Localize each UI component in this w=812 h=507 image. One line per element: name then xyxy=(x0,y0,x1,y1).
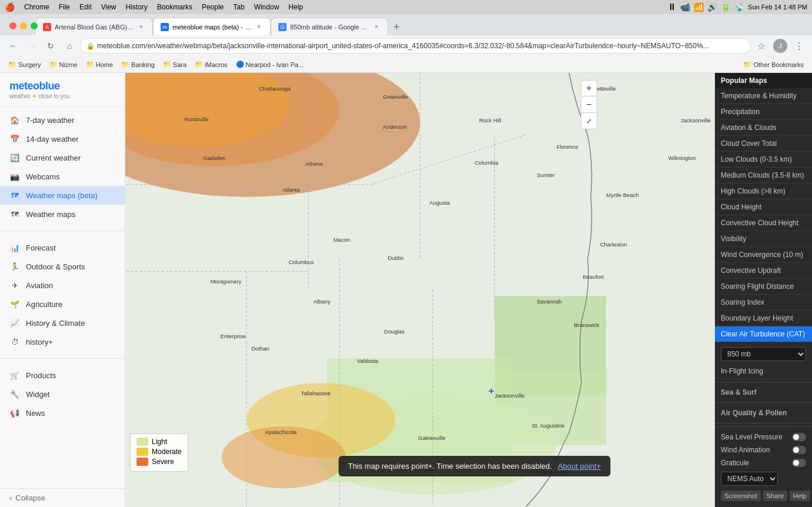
window-close-button[interactable] xyxy=(9,22,16,29)
menu-tab[interactable]: Tab xyxy=(233,3,244,11)
screenshot-button[interactable]: Screenshot xyxy=(721,491,761,501)
profile-button[interactable]: J xyxy=(772,38,788,54)
rp-inflight-icing[interactable]: In-Flight Icing xyxy=(715,363,812,379)
legend-label-light: Light xyxy=(152,438,167,446)
share-button[interactable]: Share xyxy=(763,491,787,501)
window-controls xyxy=(5,22,42,29)
wind-animation-label: Wind Animation xyxy=(721,446,770,454)
rp-visibility[interactable]: Visibility xyxy=(715,231,812,247)
rp-precipitation[interactable]: Precipitation xyxy=(715,104,812,120)
folder-icon: 📁 xyxy=(195,61,203,68)
tab-3[interactable]: G 850mb altitude - Google Sear... × xyxy=(271,18,388,35)
menu-bookmarks[interactable]: Bookmarks xyxy=(157,3,192,11)
bookmark-nizme[interactable]: 📁 Nizme xyxy=(46,59,81,69)
bookmark-surgery[interactable]: 📁 Surgery xyxy=(5,59,45,69)
menu-view[interactable]: View xyxy=(101,3,117,11)
rp-convective-cloud-height[interactable]: Convective Cloud Height xyxy=(715,215,812,231)
sidebar-item-forecast[interactable]: 📊 Forecast xyxy=(0,238,125,257)
svg-text:Valdosta: Valdosta xyxy=(357,358,378,364)
wind-animation-toggle[interactable] xyxy=(792,446,806,454)
menu-window[interactable]: Window xyxy=(254,3,279,11)
logo-name: meteoblue xyxy=(9,80,115,92)
sidebar-forecast-label: Forecast xyxy=(26,244,56,252)
sidebar-item-14day[interactable]: 📅 14-day weather xyxy=(0,129,125,148)
rp-clear-air-turbulence[interactable]: Clear Air Turbulence (CAT) xyxy=(715,326,812,342)
rp-temp-humidity[interactable]: Temperature & Humidity xyxy=(715,88,812,104)
collapse-label: Collapse xyxy=(15,493,45,502)
tab-1-close[interactable]: × xyxy=(137,23,145,31)
bookmark-banking[interactable]: 📁 Banking xyxy=(118,59,158,69)
menu-edit[interactable]: Edit xyxy=(79,3,92,11)
map-area[interactable]: Chattanooga Greenville Fayetteville Rock… xyxy=(125,73,715,507)
rp-aviation-clouds-header[interactable]: Aviation & Clouds xyxy=(715,120,812,136)
rp-convective-updraft[interactable]: Convective Updraft xyxy=(715,263,812,279)
apple-menu[interactable]: 🍎 xyxy=(5,2,15,12)
bookmark-imacros[interactable]: 📁 iMacros xyxy=(191,59,231,69)
bookmark-star[interactable]: ☆ xyxy=(753,38,770,54)
datetime: Sun Feb 14 1:48 PM xyxy=(748,4,807,11)
chevron-left-icon: ‹ xyxy=(9,493,12,502)
bookmark-home[interactable]: 📁 Home xyxy=(82,59,117,69)
sidebar-item-news[interactable]: 📢 News xyxy=(0,403,125,422)
rp-soaring-index[interactable]: Soaring Index xyxy=(715,295,812,311)
window-maximize-button[interactable] xyxy=(31,22,38,29)
sidebar-item-products[interactable]: 🛒 Products xyxy=(0,366,125,385)
altitude-select[interactable]: 500 mb 700 mb 850 mb 925 mb xyxy=(721,347,806,361)
rp-low-clouds[interactable]: Low Clouds (0-3.5 km) xyxy=(715,152,812,168)
rp-actions: Screenshot Share Help ? xyxy=(715,488,812,503)
url-bar[interactable]: 🔒 meteoblue.com/en/weather/webmap/beta/j… xyxy=(80,38,751,54)
sidebar-item-weathermaps[interactable]: 🗺 Weather maps xyxy=(0,205,125,224)
rp-wind-convergence[interactable]: Wind Convergence (10 m) xyxy=(715,247,812,263)
sidebar-collapse-button[interactable]: ‹ Collapse xyxy=(0,488,125,507)
svg-text:Huntsville: Huntsville xyxy=(184,116,208,122)
forward-button[interactable]: → xyxy=(24,38,40,54)
new-tab-button[interactable]: + xyxy=(388,19,405,35)
other-bookmarks[interactable]: 📁 Other Bookmarks xyxy=(740,59,807,69)
sidebar-item-outdoor[interactable]: 🏃 Outdoor & Sports xyxy=(0,257,125,276)
rp-sea-surf-label[interactable]: Sea & Surf xyxy=(715,385,812,400)
rp-medium-clouds[interactable]: Medium Clouds (3.5-8 km) xyxy=(715,168,812,184)
tab-1[interactable]: A Arterial Blood Gas (ABG) Analy... × xyxy=(35,18,153,35)
sidebar-item-webcams[interactable]: 📷 Webcams xyxy=(0,167,125,186)
sidebar-item-7day[interactable]: 🏠 7-day weather xyxy=(0,111,125,129)
menu-help[interactable]: Help xyxy=(288,3,303,11)
sidebar-item-history-climate[interactable]: 📈 History & Climate xyxy=(0,313,125,332)
menu-history[interactable]: History xyxy=(126,3,148,11)
tab-3-close[interactable]: × xyxy=(372,23,381,31)
sidebar-item-current[interactable]: 🔄 Current weather xyxy=(0,148,125,167)
tab-2-close[interactable]: × xyxy=(255,23,263,31)
bookmark-nearpod[interactable]: 🔵 Nearpod - Ivan Pa... xyxy=(232,59,307,69)
about-point-plus-link[interactable]: About point+ xyxy=(558,462,601,471)
reload-button[interactable]: ↻ xyxy=(42,38,59,54)
sidebar-item-agriculture[interactable]: 🌱 Agriculture xyxy=(0,295,125,313)
svg-text:Wilmington: Wilmington xyxy=(668,155,696,161)
chrome-menu-button[interactable]: ⋮ xyxy=(791,38,807,54)
sidebar-item-history-plus[interactable]: ⏱ history+ xyxy=(0,332,125,351)
home-button[interactable]: ⌂ xyxy=(61,38,78,54)
menu-chrome[interactable]: Chrome xyxy=(24,3,49,11)
rp-soaring-flight-distance[interactable]: Soaring Flight Distance xyxy=(715,279,812,295)
rp-cloud-height[interactable]: Cloud Height xyxy=(715,199,812,215)
sidebar-item-weathermaps-beta[interactable]: 🗺 Weather maps (beta) xyxy=(0,186,125,205)
nems-select[interactable]: NEMS Auto GFS ICON ECMWF xyxy=(721,472,778,486)
menu-file[interactable]: File xyxy=(59,3,70,11)
sidebar-item-widget[interactable]: 🔧 Widget xyxy=(0,385,125,403)
tab-2[interactable]: m meteoblue maps (beta) - mete... × xyxy=(153,18,271,35)
rp-boundary-layer-height[interactable]: Boundary Layer Height xyxy=(715,311,812,326)
menu-people[interactable]: People xyxy=(202,3,224,11)
window-minimize-button[interactable] xyxy=(20,22,27,29)
sidebar-aviation-label: Aviation xyxy=(26,281,53,290)
zoom-in-button[interactable]: + xyxy=(581,80,597,96)
bookmark-sara[interactable]: 📁 Sara xyxy=(159,59,190,69)
rp-cloud-cover-total[interactable]: Cloud Cover Total xyxy=(715,136,812,152)
svg-text:Apalachicola: Apalachicola xyxy=(265,429,297,435)
sidebar-item-aviation[interactable]: ✈ Aviation xyxy=(0,276,125,295)
sea-level-pressure-toggle[interactable] xyxy=(792,433,806,441)
rp-air-quality-label[interactable]: Air Quality & Pollen xyxy=(715,405,812,421)
zoom-out-button[interactable]: − xyxy=(581,96,597,113)
graticule-toggle[interactable] xyxy=(792,459,806,467)
rp-high-clouds[interactable]: High Clouds (>8 km) xyxy=(715,184,812,199)
help-button[interactable]: Help xyxy=(790,491,810,501)
back-button[interactable]: ← xyxy=(5,38,21,54)
fullscreen-button[interactable]: ⤢ xyxy=(581,113,597,129)
